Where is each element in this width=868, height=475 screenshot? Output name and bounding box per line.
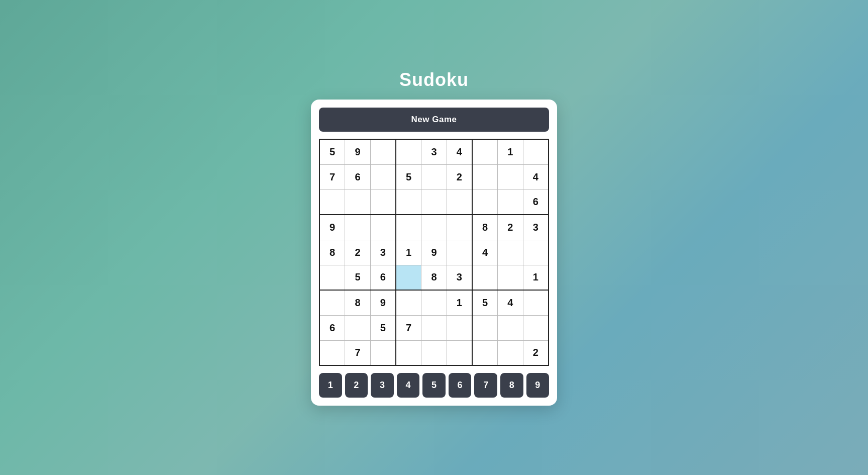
grid-cell[interactable]: [447, 340, 472, 365]
grid-cell[interactable]: [523, 290, 549, 315]
grid-cell[interactable]: 8: [345, 290, 371, 315]
grid-cell[interactable]: 3: [370, 240, 396, 265]
grid-cell[interactable]: 7: [396, 315, 421, 340]
grid-cell[interactable]: 9: [370, 290, 396, 315]
grid-cell[interactable]: 6: [370, 265, 396, 290]
grid-cell[interactable]: [421, 315, 447, 340]
number-pad-button-4[interactable]: 4: [397, 373, 420, 398]
grid-cell[interactable]: [523, 315, 549, 340]
number-pad: 123456789: [319, 373, 549, 398]
grid-cell[interactable]: [472, 265, 498, 290]
number-pad-button-8[interactable]: 8: [500, 373, 523, 398]
new-game-button[interactable]: New Game: [319, 108, 549, 132]
grid-cell[interactable]: 5: [345, 265, 371, 290]
grid-cell[interactable]: 1: [498, 139, 523, 164]
grid-cell[interactable]: [345, 315, 371, 340]
grid-cell[interactable]: [498, 240, 523, 265]
grid-cell[interactable]: [370, 340, 396, 365]
grid-cell[interactable]: [498, 340, 523, 365]
grid-cell[interactable]: [472, 189, 498, 215]
grid-cell[interactable]: 3: [523, 215, 549, 240]
grid-cell[interactable]: [421, 340, 447, 365]
grid-cell[interactable]: 1: [447, 290, 472, 315]
grid-cell[interactable]: 4: [523, 164, 549, 189]
grid-cell[interactable]: [498, 164, 523, 189]
page-title: Sudoku: [399, 69, 469, 90]
grid-cell[interactable]: [523, 139, 549, 164]
grid-cell[interactable]: [319, 189, 345, 215]
grid-cell[interactable]: 3: [447, 265, 472, 290]
grid-cell[interactable]: [447, 189, 472, 215]
grid-cell[interactable]: [472, 164, 498, 189]
grid-cell[interactable]: 2: [345, 240, 371, 265]
grid-cell[interactable]: [498, 189, 523, 215]
grid-cell[interactable]: [396, 340, 421, 365]
grid-cell[interactable]: [319, 265, 345, 290]
grid-cell[interactable]: [447, 240, 472, 265]
number-pad-button-1[interactable]: 1: [319, 373, 342, 398]
grid-cell[interactable]: [498, 265, 523, 290]
grid-cell[interactable]: [472, 139, 498, 164]
grid-cell[interactable]: [370, 139, 396, 164]
grid-cell[interactable]: [421, 189, 447, 215]
grid-cell[interactable]: [345, 189, 371, 215]
grid-cell[interactable]: 7: [345, 340, 371, 365]
grid-cell[interactable]: [396, 265, 421, 290]
grid-cell[interactable]: [396, 139, 421, 164]
grid-cell[interactable]: 1: [396, 240, 421, 265]
grid-cell[interactable]: [370, 189, 396, 215]
game-container: New Game 5934176524698238231945683189154…: [311, 100, 557, 406]
grid-cell[interactable]: 8: [421, 265, 447, 290]
grid-cell[interactable]: 6: [345, 164, 371, 189]
grid-cell[interactable]: 7: [319, 164, 345, 189]
grid-cell[interactable]: [421, 164, 447, 189]
grid-cell[interactable]: 2: [498, 215, 523, 240]
grid-cell[interactable]: 9: [319, 215, 345, 240]
grid-cell[interactable]: 4: [447, 139, 472, 164]
grid-cell[interactable]: 5: [396, 164, 421, 189]
grid-cell[interactable]: 8: [319, 240, 345, 265]
grid-cell[interactable]: [498, 315, 523, 340]
grid-cell[interactable]: [447, 215, 472, 240]
grid-cell[interactable]: [319, 340, 345, 365]
grid-cell[interactable]: 5: [370, 315, 396, 340]
number-pad-button-6[interactable]: 6: [449, 373, 472, 398]
number-pad-button-2[interactable]: 2: [345, 373, 368, 398]
grid-cell[interactable]: [370, 215, 396, 240]
grid-cell[interactable]: [319, 290, 345, 315]
grid-cell[interactable]: [523, 240, 549, 265]
number-pad-button-3[interactable]: 3: [371, 373, 394, 398]
grid-cell[interactable]: [421, 290, 447, 315]
grid-cell[interactable]: 1: [523, 265, 549, 290]
grid-cell[interactable]: 6: [523, 189, 549, 215]
number-pad-button-5[interactable]: 5: [422, 373, 446, 398]
grid-cell[interactable]: 3: [421, 139, 447, 164]
grid-cell[interactable]: [370, 164, 396, 189]
grid-cell[interactable]: [396, 290, 421, 315]
number-pad-button-7[interactable]: 7: [474, 373, 497, 398]
sudoku-grid: 593417652469823823194568318915465772: [319, 139, 549, 366]
grid-cell[interactable]: 4: [472, 240, 498, 265]
grid-cell[interactable]: [345, 215, 371, 240]
grid-cell[interactable]: 2: [447, 164, 472, 189]
grid-cell[interactable]: [472, 340, 498, 365]
grid-cell[interactable]: 5: [319, 139, 345, 164]
grid-cell[interactable]: [472, 315, 498, 340]
grid-cell[interactable]: 6: [319, 315, 345, 340]
grid-cell[interactable]: 2: [523, 340, 549, 365]
grid-cell[interactable]: 5: [472, 290, 498, 315]
number-pad-button-9[interactable]: 9: [526, 373, 550, 398]
grid-cell[interactable]: [396, 215, 421, 240]
grid-cell[interactable]: [421, 215, 447, 240]
grid-cell[interactable]: [447, 315, 472, 340]
grid-cell[interactable]: [396, 189, 421, 215]
grid-cell[interactable]: 4: [498, 290, 523, 315]
grid-cell[interactable]: 9: [421, 240, 447, 265]
grid-cell[interactable]: 8: [472, 215, 498, 240]
grid-cell[interactable]: 9: [345, 139, 371, 164]
